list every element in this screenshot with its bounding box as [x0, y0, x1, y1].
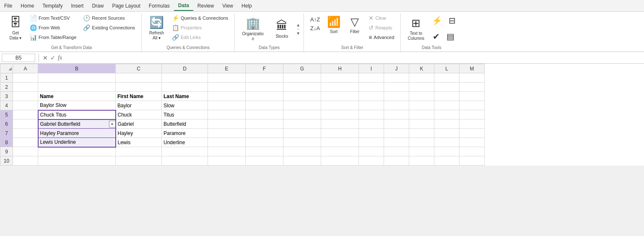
cancel-formula-icon[interactable]: ✕: [43, 54, 48, 61]
cell-K4[interactable]: [409, 101, 434, 110]
cell-K1[interactable]: [409, 73, 434, 83]
cell-L2[interactable]: [434, 83, 460, 92]
cell-B2[interactable]: [38, 83, 116, 92]
cell-J3[interactable]: [384, 92, 409, 101]
cell-C3[interactable]: First Name: [116, 92, 162, 101]
cell-B1[interactable]: [38, 73, 116, 83]
col-header-M[interactable]: M: [460, 64, 485, 73]
menu-page-layout[interactable]: Page Layout: [108, 1, 144, 10]
scroll-mid-icon[interactable]: ─: [297, 27, 299, 31]
cell-B4[interactable]: Baylor Slow: [38, 101, 116, 110]
col-header-I[interactable]: I: [359, 64, 384, 73]
cell-L10[interactable]: [434, 156, 460, 166]
cell-L7[interactable]: [434, 129, 460, 138]
cell-G2[interactable]: [283, 83, 321, 92]
col-header-K[interactable]: K: [409, 64, 434, 73]
cell-C10[interactable]: [116, 156, 162, 166]
cell-J5[interactable]: [384, 110, 409, 119]
cell-F1[interactable]: [246, 73, 283, 83]
refresh-all-button[interactable]: 🔄 RefreshAll ▾: [145, 13, 168, 43]
cell-E2[interactable]: [208, 83, 246, 92]
cell-J8[interactable]: [384, 138, 409, 147]
cell-L1[interactable]: [434, 73, 460, 83]
advanced-button[interactable]: ≡ Advanced: [366, 33, 397, 42]
cell-G3[interactable]: [283, 92, 321, 101]
cell-E6[interactable]: [208, 119, 246, 129]
cell-K6[interactable]: [409, 119, 434, 129]
data-validation-button[interactable]: ✔: [429, 29, 443, 44]
cell-E1[interactable]: [208, 73, 246, 83]
from-table-button[interactable]: 📊 From Table/Range: [27, 33, 79, 42]
flash-fill-indicator[interactable]: ≡: [109, 121, 116, 127]
cell-F6[interactable]: [246, 119, 283, 129]
consolidate-button[interactable]: ▤: [444, 29, 457, 44]
cell-M2[interactable]: [460, 83, 485, 92]
cell-A4[interactable]: [13, 101, 38, 110]
cell-J9[interactable]: [384, 147, 409, 156]
cell-H2[interactable]: [321, 83, 359, 92]
cell-C9[interactable]: [116, 147, 162, 156]
cell-B8[interactable]: Lewis Underline: [38, 138, 116, 147]
col-header-F[interactable]: F: [246, 64, 283, 73]
col-header-A[interactable]: A: [13, 64, 38, 73]
cell-F3[interactable]: [246, 92, 283, 101]
row-num-3[interactable]: 3: [0, 92, 13, 101]
cell-G7[interactable]: [283, 129, 321, 138]
menu-home[interactable]: Home: [16, 1, 38, 10]
cell-C4[interactable]: Baylor: [116, 101, 162, 110]
cell-M4[interactable]: [460, 101, 485, 110]
cell-J10[interactable]: [384, 156, 409, 166]
cell-H5[interactable]: [321, 110, 359, 119]
sort-za-button[interactable]: Z↓A: [308, 24, 322, 33]
get-data-button[interactable]: 🗄 GetData ▾: [5, 13, 26, 43]
cell-reference-box[interactable]: B5: [2, 54, 35, 62]
cell-E4[interactable]: [208, 101, 246, 110]
cell-F9[interactable]: [246, 147, 283, 156]
cell-K2[interactable]: [409, 83, 434, 92]
col-header-C[interactable]: C: [116, 64, 162, 73]
text-to-columns-button[interactable]: ⊞ Text toColumns: [404, 15, 428, 43]
cell-M8[interactable]: [460, 138, 485, 147]
cell-A10[interactable]: [13, 156, 38, 166]
cell-E9[interactable]: [208, 147, 246, 156]
data-types-scroll[interactable]: ▲ ─ ▼: [296, 23, 300, 36]
cell-D5[interactable]: Titus: [162, 110, 208, 119]
queries-connections-button[interactable]: ⚡ Queries & Connections: [169, 13, 231, 23]
cell-F7[interactable]: [246, 129, 283, 138]
cell-C6[interactable]: Gabriel: [116, 119, 162, 129]
cell-B10[interactable]: [38, 156, 116, 166]
cell-M10[interactable]: [460, 156, 485, 166]
cell-K9[interactable]: [409, 147, 434, 156]
cell-D1[interactable]: [162, 73, 208, 83]
cell-M3[interactable]: [460, 92, 485, 101]
cell-G1[interactable]: [283, 73, 321, 83]
col-header-J[interactable]: J: [384, 64, 409, 73]
cell-A9[interactable]: [13, 147, 38, 156]
confirm-formula-icon[interactable]: ✓: [50, 54, 55, 61]
cell-H4[interactable]: [321, 101, 359, 110]
cell-L5[interactable]: [434, 110, 460, 119]
menu-review[interactable]: Review: [193, 1, 218, 10]
col-header-G[interactable]: G: [283, 64, 321, 73]
cell-I10[interactable]: [359, 156, 384, 166]
cell-A1[interactable]: [13, 73, 38, 83]
cell-D3[interactable]: Last Name: [162, 92, 208, 101]
menu-draw[interactable]: Draw: [88, 1, 108, 10]
row-num-6[interactable]: 6: [0, 119, 13, 129]
cell-M1[interactable]: [460, 73, 485, 83]
cell-F8[interactable]: [246, 138, 283, 147]
cell-B5[interactable]: Chuck Titus: [38, 110, 116, 119]
cell-A8[interactable]: [13, 138, 38, 147]
cell-G6[interactable]: [283, 119, 321, 129]
cell-K7[interactable]: [409, 129, 434, 138]
corner-cell[interactable]: [0, 64, 13, 73]
cell-D7[interactable]: Paramore: [162, 129, 208, 138]
cell-I7[interactable]: [359, 129, 384, 138]
cell-K8[interactable]: [409, 138, 434, 147]
col-header-E[interactable]: E: [208, 64, 246, 73]
cell-F10[interactable]: [246, 156, 283, 166]
cell-I9[interactable]: [359, 147, 384, 156]
cell-A7[interactable]: [13, 129, 38, 138]
cell-I2[interactable]: [359, 83, 384, 92]
sort-az-button[interactable]: A↑Z: [308, 15, 322, 24]
